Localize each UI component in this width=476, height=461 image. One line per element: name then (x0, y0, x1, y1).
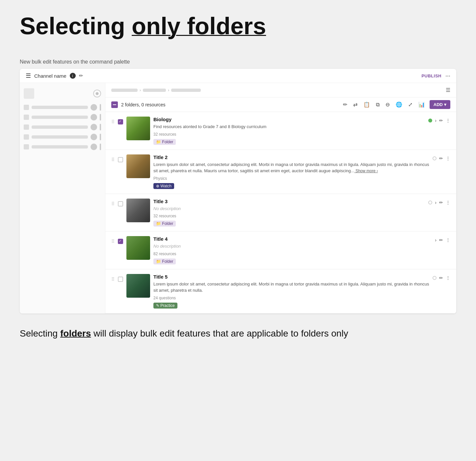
item-checkbox[interactable] (118, 119, 123, 124)
edit-item-icon[interactable]: ✏ (439, 156, 443, 161)
item-info: Title 3No description32 resources📁 Folde… (153, 199, 425, 227)
sidebar-bar (100, 114, 101, 121)
breadcrumb-item[interactable] (171, 89, 201, 92)
breadcrumb-sep: › (168, 88, 169, 93)
remove-icon[interactable]: ⊖ (384, 100, 391, 109)
toolbar-left: 2 folders, 0 resources (111, 101, 166, 108)
item-checkbox[interactable] (118, 201, 123, 206)
drag-handle[interactable]: ⠿ (111, 274, 115, 282)
item-actions: ›✏⋮ (435, 236, 450, 243)
edit-item-icon[interactable]: ✏ (439, 237, 443, 243)
move-icon[interactable]: ⇄ (352, 100, 359, 109)
item-title: Title 4 (153, 236, 432, 242)
list-item: ⠿Title 2Lorem ipsum dolor sit amet, cons… (105, 150, 456, 194)
item-title: Title 5 (153, 274, 429, 280)
item-actions: ›✏⋮ (428, 117, 450, 123)
more-options-button[interactable]: ··· (445, 72, 450, 79)
subtitle: New bulk edit features on the command pa… (20, 59, 456, 65)
item-thumbnail (126, 274, 150, 298)
list-item: ⠿Title 4No description82 resources📁 Fold… (105, 231, 456, 269)
page-title: Selecting only folders (20, 13, 456, 39)
sidebar-bar (100, 124, 101, 130)
sidebar-row (24, 144, 101, 150)
channel-name: Channel name (34, 73, 66, 79)
sidebar-bar (100, 144, 101, 150)
item-description: Find resources alonted to Grade 7 and 8 … (153, 123, 425, 130)
clipboard-icon[interactable]: 📋 (362, 100, 371, 109)
sidebar-circle (91, 114, 97, 121)
toolbar: 2 folders, 0 resources ✏ ⇄ 📋 ⧉ ⊖ 🌐 ⤢ 📊 A… (105, 97, 456, 112)
channel-card: ☰ Channel name i ✏ PUBLISH ··· ⊕ (20, 69, 456, 313)
item-meta: 24 questions (153, 296, 429, 300)
more-item-options-icon[interactable]: ⋮ (446, 237, 450, 243)
sidebar-checkbox (24, 105, 29, 110)
edit-toolbar-icon[interactable]: ✏ (342, 100, 349, 109)
item-thumbnail (126, 236, 150, 260)
item-description: No description (153, 205, 425, 212)
edit-item-icon[interactable]: ✏ (439, 275, 443, 281)
item-meta: 82 resources (153, 252, 432, 256)
show-more-button[interactable]: Show more › (355, 169, 378, 173)
globe-icon[interactable]: 🌐 (394, 100, 404, 109)
sidebar-bar (100, 134, 101, 140)
sidebar-target-icon[interactable]: ⊕ (93, 90, 101, 97)
item-tag-folder: 📁 Folder (153, 139, 176, 145)
more-item-options-icon[interactable]: ⋮ (446, 275, 450, 281)
more-item-options-icon[interactable]: ⋮ (446, 156, 450, 161)
item-checkbox[interactable] (118, 277, 123, 282)
item-tag-folder: 📁 Folder (153, 221, 176, 227)
list-view-icon[interactable]: ☰ (446, 87, 450, 93)
info-icon[interactable]: i (70, 73, 76, 79)
sidebar-label (32, 116, 88, 119)
item-meta: Physics (153, 176, 429, 181)
breadcrumb-item[interactable] (111, 89, 138, 92)
add-button[interactable]: ADD ▾ (430, 100, 450, 109)
drag-handle[interactable]: ⠿ (111, 154, 115, 162)
breadcrumb-item[interactable] (143, 89, 166, 92)
toolbar-right: ✏ ⇄ 📋 ⧉ ⊖ 🌐 ⤢ 📊 ADD ▾ (342, 100, 450, 109)
item-checkbox[interactable] (118, 239, 123, 244)
sidebar-circle (91, 144, 97, 150)
item-description: Lorem ipsum dolor sit amet, consectetur … (153, 161, 429, 174)
list-item: ⠿Title 3No description32 resources📁 Fold… (105, 194, 456, 232)
item-title: Title 2 (153, 154, 429, 160)
copy-icon[interactable]: ⧉ (375, 100, 381, 109)
drag-handle[interactable]: ⠿ (111, 199, 115, 206)
sidebar-circle (91, 134, 97, 140)
item-thumbnail (126, 117, 150, 140)
expand-icon[interactable]: ⤢ (407, 100, 414, 109)
sidebar-row (24, 104, 101, 111)
item-tag-watch: ⊕ Watch (153, 183, 174, 189)
sidebar-top: ⊕ (24, 88, 101, 99)
list-item: ⠿BiologyFind resources alonted to Grade … (105, 112, 456, 150)
main-content: ⊕ (20, 83, 456, 313)
expand-item-icon[interactable]: › (435, 118, 436, 123)
item-description: No description (153, 243, 432, 250)
item-tag-practice: ✎ Practice (153, 303, 177, 309)
sidebar: ⊕ (20, 83, 105, 313)
deselect-button[interactable] (111, 101, 118, 108)
edit-item-icon[interactable]: ✏ (439, 200, 443, 205)
item-description: Lorem ipsum dolor sit amet, consectetur … (153, 281, 429, 294)
drag-handle[interactable]: ⠿ (111, 236, 115, 244)
publish-button[interactable]: PUBLISH (421, 73, 441, 78)
more-item-options-icon[interactable]: ⋮ (446, 118, 450, 123)
edit-item-icon[interactable]: ✏ (439, 118, 443, 123)
drag-handle[interactable]: ⠿ (111, 117, 115, 124)
expand-item-icon[interactable]: › (435, 200, 436, 205)
sidebar-checkbox (24, 124, 29, 130)
channel-header-right: PUBLISH ··· (421, 72, 450, 79)
more-item-options-icon[interactable]: ⋮ (446, 200, 450, 205)
expand-item-icon[interactable]: › (435, 237, 436, 243)
item-actions: ›✏⋮ (428, 199, 450, 205)
chart-icon[interactable]: 📊 (417, 100, 426, 109)
channel-header: ☰ Channel name i ✏ PUBLISH ··· (20, 69, 456, 83)
edit-channel-icon[interactable]: ✏ (79, 73, 83, 79)
status-dot-active (428, 119, 432, 122)
list-item: ⠿Title 5Lorem ipsum dolor sit amet, cons… (105, 269, 456, 313)
item-title: Title 3 (153, 199, 425, 204)
sidebar-label (32, 106, 88, 109)
menu-icon[interactable]: ☰ (26, 72, 31, 79)
item-checkbox[interactable] (118, 157, 123, 162)
sidebar-row (24, 124, 101, 130)
